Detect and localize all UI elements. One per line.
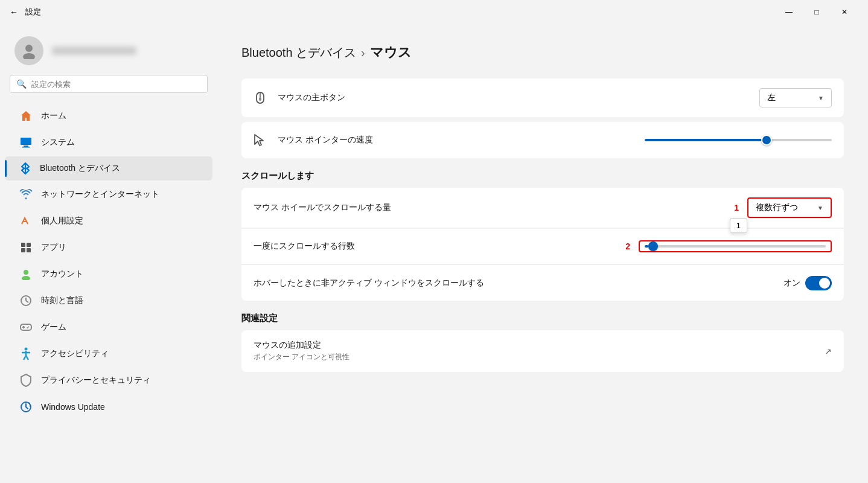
profile-name [52,46,136,55]
bluetooth-icon [19,162,31,174]
search-box: 🔍 [10,75,208,93]
sidebar-item-time[interactable]: 時刻と言語 [5,288,212,313]
svg-rect-3 [24,146,28,147]
primary-button-control: 左 ▼ [759,88,832,107]
scroll-lines-slider-track[interactable] [645,245,826,248]
svg-line-24 [26,356,28,360]
svg-rect-15 [21,324,31,330]
scroll-amount-row: マウス ホイールでスクロールする量 1 複数行ずつ ▼ 1 [241,188,844,228]
accessibility-icon [19,347,33,360]
network-icon [19,188,33,201]
maximize-button[interactable]: □ [803,2,831,22]
sidebar-item-home[interactable]: ホーム [5,103,212,129]
additional-settings-title: マウスの追加設定 [254,340,349,351]
sidebar-item-accessibility[interactable]: アクセシビリティ [5,341,212,366]
hover-scroll-row: ホバーしたときに非アクティブ ウィンドウをスクロールする オン [241,264,844,301]
sidebar-item-label: ネットワークとインターネット [41,189,159,200]
window-title: 設定 [25,7,41,18]
related-heading: 関連設定 [241,313,844,324]
breadcrumb-parent: Bluetooth とデバイス [241,45,356,61]
pointer-speed-card: マウス ポインターの速度 [241,122,844,158]
scroll-amount-dropdown[interactable]: 複数行ずつ ▼ [747,197,832,218]
page-title: マウス [370,43,412,62]
back-button[interactable]: ← [10,7,18,17]
window-controls: — □ ✕ [775,2,858,22]
svg-line-14 [26,301,28,302]
breadcrumb-separator: › [361,46,365,60]
scroll-lines-control: 2 [625,240,832,252]
sidebar: 🔍 ホーム システム Bluetooth とデバイス [0,24,217,483]
winupdate-icon [19,400,33,414]
sidebar-item-label: Windows Update [41,402,105,412]
sidebar-item-label: ホーム [41,110,66,121]
scroll-card: マウス ホイールでスクロールする量 1 複数行ずつ ▼ 1 一度にスクロールする… [241,188,844,301]
primary-button-card: マウスの主ボタン 左 ▼ [241,78,844,117]
scroll-lines-thumb[interactable] [648,242,658,251]
search-container: 🔍 [0,75,217,103]
sidebar-item-system[interactable]: システム [5,130,212,155]
home-icon [19,109,33,123]
hover-scroll-status: オン [783,278,800,289]
toggle-knob [819,278,830,289]
sidebar-item-label: システム [41,137,75,148]
scroll-lines-tooltip: 1 [730,218,747,233]
svg-point-18 [28,327,29,328]
scroll-amount-value: 複数行ずつ [756,202,798,213]
time-icon [19,294,33,307]
dropdown-arrow-icon2: ▼ [817,205,823,211]
sidebar-item-apps[interactable]: アプリ [5,235,212,260]
scroll-amount-control: 1 複数行ずつ ▼ [734,197,832,218]
tooltip-value: 1 [736,221,741,230]
svg-point-11 [22,276,30,280]
sidebar-item-label: プライバシーとセキュリティ [41,375,151,386]
primary-button-dropdown[interactable]: 左 ▼ [759,88,832,107]
svg-rect-7 [27,243,31,247]
primary-button-value: 左 [767,92,776,103]
sidebar-item-personalize[interactable]: 個人用設定 [5,208,212,234]
search-icon: 🔍 [16,79,27,89]
hover-scroll-control: オン [783,276,832,290]
personalize-icon [19,214,33,228]
main-content: Bluetooth とデバイス › マウス マウスの主ボタン 左 ▼ [217,24,868,483]
pointer-speed-fill [645,139,767,141]
sidebar-item-winupdate[interactable]: Windows Update [5,394,212,420]
avatar [14,36,43,65]
svg-rect-2 [21,138,31,145]
scroll-amount-label: マウス ホイールでスクロールする量 [254,202,734,213]
minimize-button[interactable]: — [775,2,803,22]
sidebar-item-bluetooth[interactable]: Bluetooth とデバイス [5,156,212,181]
sidebar-item-label: アカウント [41,269,83,280]
scroll-section-heading: スクロールします [241,170,844,182]
close-button[interactable]: ✕ [831,2,858,22]
pointer-speed-row: マウス ポインターの速度 [241,122,844,158]
scroll-amount-badge: 1 [734,203,739,213]
svg-rect-6 [21,243,25,247]
sidebar-item-label: Bluetooth とデバイス [40,163,120,174]
additional-settings-row[interactable]: マウスの追加設定 ポインター アイコンと可視性 ↗ [241,330,844,372]
search-input[interactable] [31,80,201,89]
svg-point-19 [27,327,28,328]
game-icon [19,321,33,334]
svg-point-28 [259,97,261,101]
hover-scroll-label: ホバーしたときに非アクティブ ウィンドウをスクロールする [254,278,783,289]
sidebar-item-accounts[interactable]: アカウント [5,261,212,287]
sidebar-item-label: ゲーム [41,322,66,333]
pointer-speed-label: マウス ポインターの速度 [278,135,645,146]
pointer-speed-slider-track[interactable] [645,139,832,141]
svg-rect-9 [27,248,31,252]
svg-point-10 [24,270,28,275]
additional-settings-text: マウスの追加設定 ポインター アイコンと可視性 [254,340,349,362]
external-link-icon: ↗ [825,347,832,356]
pointer-icon [254,133,270,147]
sidebar-item-privacy[interactable]: プライバシーとセキュリティ [5,368,212,393]
svg-point-1 [23,53,35,59]
sidebar-item-game[interactable]: ゲーム [5,315,212,340]
sidebar-item-network[interactable]: ネットワークとインターネット [5,182,212,207]
user-icon [21,42,37,59]
hover-scroll-toggle[interactable] [805,276,832,290]
additional-settings-card: マウスの追加設定 ポインター アイコンと可視性 ↗ [241,330,844,372]
pointer-speed-thumb[interactable] [761,135,772,146]
profile-area [0,24,217,75]
pointer-speed-control [645,139,832,141]
title-bar: ← 設定 — □ ✕ [0,0,868,24]
